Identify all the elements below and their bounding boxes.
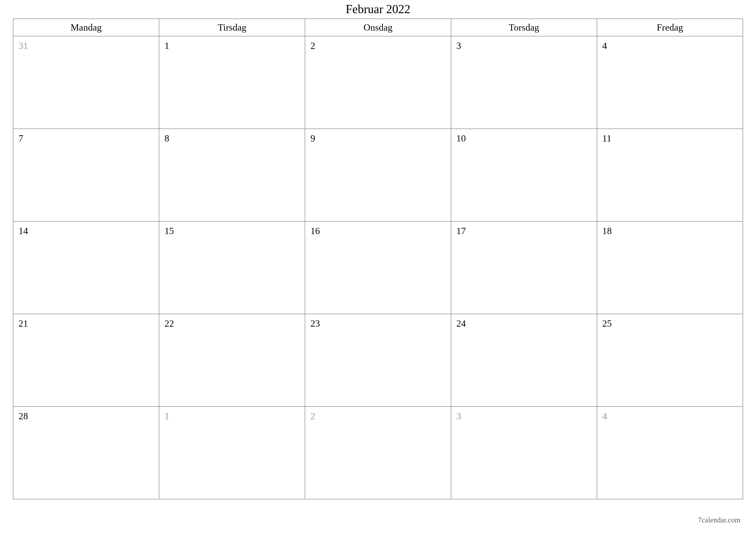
calendar-day-cell: 9 xyxy=(305,129,451,221)
calendar-title: Februar 2022 xyxy=(13,2,743,16)
calendar-day-cell: 7 xyxy=(13,129,159,221)
calendar-day-cell: 25 xyxy=(597,314,743,407)
calendar-day-cell: 18 xyxy=(597,221,743,314)
calendar-day-cell: 1 xyxy=(159,36,305,129)
weekday-header: Mandag xyxy=(13,19,159,36)
weekday-header: Fredag xyxy=(597,19,743,36)
calendar-day-cell: 31 xyxy=(13,36,159,129)
calendar-day-cell: 10 xyxy=(451,129,597,221)
calendar-day-cell: 11 xyxy=(597,129,743,221)
calendar-table: Mandag Tirsdag Onsdag Torsdag Fredag 31 … xyxy=(13,18,743,499)
calendar-day-cell: 28 xyxy=(13,407,159,499)
calendar-day-cell: 24 xyxy=(451,314,597,407)
calendar-week-row: 31 1 2 3 4 xyxy=(13,36,743,129)
calendar-day-cell: 14 xyxy=(13,221,159,314)
calendar-day-cell: 4 xyxy=(597,407,743,499)
calendar-week-row: 7 8 9 10 11 xyxy=(13,129,743,221)
calendar-day-cell: 3 xyxy=(451,407,597,499)
footer-credit: 7calendar.com xyxy=(698,516,741,524)
calendar-week-row: 21 22 23 24 25 xyxy=(13,314,743,407)
calendar-week-row: 28 1 2 3 4 xyxy=(13,407,743,499)
weekday-header: Tirsdag xyxy=(159,19,305,36)
calendar-day-cell: 2 xyxy=(305,36,451,129)
calendar-day-cell: 23 xyxy=(305,314,451,407)
calendar-day-cell: 2 xyxy=(305,407,451,499)
calendar-day-cell: 21 xyxy=(13,314,159,407)
calendar-day-cell: 22 xyxy=(159,314,305,407)
weekday-header-row: Mandag Tirsdag Onsdag Torsdag Fredag xyxy=(13,19,743,36)
weekday-header: Onsdag xyxy=(305,19,451,36)
calendar-day-cell: 3 xyxy=(451,36,597,129)
calendar-day-cell: 16 xyxy=(305,221,451,314)
calendar-day-cell: 17 xyxy=(451,221,597,314)
calendar-week-row: 14 15 16 17 18 xyxy=(13,221,743,314)
calendar-page: Februar 2022 Mandag Tirsdag Onsdag Torsd… xyxy=(0,0,756,534)
calendar-day-cell: 15 xyxy=(159,221,305,314)
calendar-day-cell: 1 xyxy=(159,407,305,499)
calendar-day-cell: 4 xyxy=(597,36,743,129)
calendar-day-cell: 8 xyxy=(159,129,305,221)
weekday-header: Torsdag xyxy=(451,19,597,36)
